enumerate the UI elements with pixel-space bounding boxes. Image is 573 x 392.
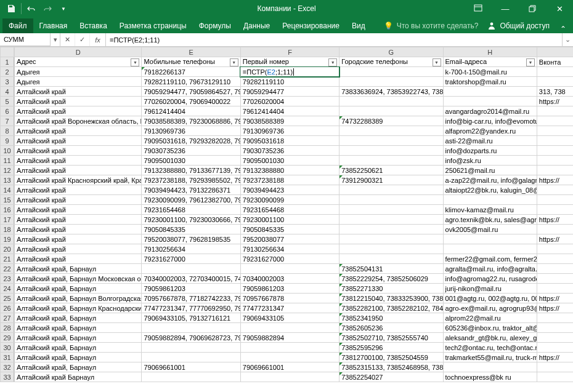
cell[interactable]: 79130256634 (240, 244, 339, 254)
cell[interactable] (339, 97, 443, 106)
tab-layout[interactable]: Разметка страницы (113, 18, 193, 33)
filter-icon[interactable]: ▼ (433, 58, 441, 66)
cell[interactable] (240, 264, 339, 274)
cell[interactable] (537, 185, 573, 195)
cell[interactable]: https:// (537, 215, 573, 225)
cell[interactable]: 79059882894, 79069628723, 7929 (142, 333, 240, 343)
cell[interactable] (537, 77, 573, 87)
cell[interactable]: 79231627000 (240, 254, 339, 264)
cell[interactable]: 79282119110, 79673129110 (142, 77, 240, 87)
cell[interactable]: 79039494423 (240, 185, 339, 195)
cell[interactable] (537, 67, 573, 77)
cell[interactable]: 79520038077 (240, 234, 339, 244)
tab-review[interactable]: Рецензирование (276, 18, 346, 33)
cell[interactable]: 77026020004 (240, 97, 339, 106)
cell[interactable] (142, 323, 240, 333)
cell[interactable]: Алтайский край (15, 225, 142, 234)
cell[interactable]: fermer22@gmail.com, fermer22altay@ (443, 254, 537, 264)
cell[interactable]: aleksandr_gt@bk.ru, alexey_gt@bk.ru, (443, 333, 537, 343)
cell[interactable]: 79282119110 (240, 77, 339, 87)
filter-icon[interactable]: ▼ (328, 58, 337, 66)
cell[interactable] (537, 126, 573, 136)
cell[interactable]: Алтайский край, Барнаул Краснодарски (15, 303, 142, 313)
cell[interactable]: 79038588389, 79230068886, 7923 (142, 116, 240, 126)
cell[interactable] (339, 146, 443, 156)
row-header[interactable]: 33 (1, 372, 14, 382)
cell[interactable]: Алтайский край (15, 195, 142, 205)
filter-icon[interactable]: ▼ (131, 58, 139, 66)
cell[interactable]: 79095031618, 79293282028, 7952 (142, 136, 240, 146)
ribbon-options-icon[interactable] (465, 0, 492, 17)
cell[interactable] (443, 362, 537, 372)
name-box-dropdown-icon[interactable]: ▾ (51, 33, 60, 46)
cell[interactable]: 79231654468 (240, 205, 339, 215)
cell[interactable]: 79038588389 (240, 116, 339, 126)
cell[interactable]: Алтайский край (15, 185, 142, 195)
cell[interactable] (443, 234, 537, 244)
col-header-F[interactable]: F (240, 47, 339, 57)
collapse-ribbon-icon[interactable]: ⌃ (556, 25, 571, 33)
row-header[interactable]: 27 (1, 313, 14, 323)
cell[interactable] (339, 205, 443, 215)
cell[interactable]: Алтайский край, Барнаул Волгоградская (15, 294, 142, 303)
cell[interactable]: 70957667878 (240, 294, 339, 303)
cell[interactable]: 73852502710, 73852555740 (339, 333, 443, 343)
cell[interactable] (142, 343, 240, 353)
cell[interactable]: alfaprom22@yandex.ru (443, 126, 537, 136)
cell[interactable]: Алтайский край, Барнаул (15, 353, 142, 362)
cell[interactable]: info@agromag22.ru, rusagrodetali77@ (443, 274, 537, 284)
cell[interactable]: https:// (537, 97, 573, 106)
cell[interactable]: Алтайский край (15, 97, 142, 106)
row-header[interactable]: 18 (1, 225, 14, 234)
cell[interactable]: 79231654468 (142, 205, 240, 215)
cell[interactable]: a-zap22@mail.ru, info@galagro (443, 175, 537, 185)
share-button[interactable]: Общий доступ (481, 18, 556, 33)
cell[interactable] (537, 116, 573, 126)
cell[interactable] (142, 264, 240, 274)
cell[interactable] (339, 106, 443, 116)
cell[interactable]: Алтайский край (15, 136, 142, 146)
cell[interactable] (240, 372, 339, 382)
formula-input[interactable]: =ПСТР(E2;1;11) (106, 33, 562, 46)
save-icon[interactable] (4, 2, 18, 15)
cell[interactable]: info@dozparts.ru (443, 146, 537, 156)
tab-home[interactable]: Главная (33, 18, 74, 33)
filter-icon[interactable]: ▼ (526, 58, 535, 66)
expand-formula-bar-icon[interactable]: ⌄ (562, 33, 573, 46)
cell[interactable]: 79230001100, 79230030666, 7929 (142, 215, 240, 225)
cell[interactable] (339, 126, 443, 136)
cell[interactable]: agro.texnik@bk.ru, sales@agrte (443, 215, 537, 225)
tell-me-search[interactable]: 💡 Что вы хотите сделать? (384, 18, 479, 33)
hdr-mobile[interactable]: Мобильные телефоны▼ (142, 57, 240, 67)
cell[interactable]: 79059294477, 79059864527, 79619 (142, 87, 240, 97)
tab-formulas[interactable]: Формулы (193, 18, 237, 33)
cell[interactable]: Алтайский край, Барнаул (15, 333, 142, 343)
cell[interactable]: 250621@mail.ru (443, 166, 537, 175)
row-header[interactable]: 3 (1, 77, 14, 87)
cell[interactable]: Алтайский край, Барнаул (15, 284, 142, 294)
cell[interactable]: 605236@inbox.ru, traktor_alt@mail.ru (443, 323, 537, 333)
cell[interactable]: Алтайский край (15, 234, 142, 244)
cell[interactable]: 79059861203 (142, 284, 240, 294)
cell[interactable]: 79231627000 (142, 254, 240, 264)
row-header[interactable]: 15 (1, 195, 14, 205)
cell[interactable]: ovk2005@mail.ru (443, 225, 537, 234)
cell[interactable]: Алтайский край, Барнаул (15, 362, 142, 372)
cell[interactable]: 77026020004, 79069400022 (142, 97, 240, 106)
cell[interactable]: =ПСТР(E2;1;11) (240, 67, 339, 77)
cell[interactable] (443, 97, 537, 106)
cell[interactable]: asti-22@mail.ru (443, 136, 537, 146)
hdr-email[interactable]: Email-адреса▼ (443, 57, 537, 67)
cell[interactable] (537, 323, 573, 333)
row-header[interactable]: 10 (1, 146, 14, 156)
cell[interactable] (537, 254, 573, 264)
cell[interactable]: 79039494423, 79132286371 (142, 185, 240, 195)
redo-icon[interactable] (40, 2, 55, 15)
cell[interactable]: 79069661001 (142, 362, 240, 372)
hdr-vk[interactable]: Вконта (537, 57, 573, 67)
cell[interactable]: 73852250621 (339, 166, 443, 175)
cell[interactable]: Алтайский край (15, 87, 142, 97)
cell[interactable] (537, 343, 573, 353)
tab-data[interactable]: Данные (237, 18, 276, 33)
cell[interactable]: Алтайский край (15, 205, 142, 215)
